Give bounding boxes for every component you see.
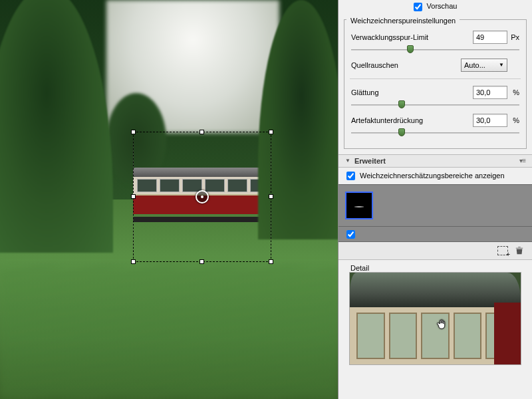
hand-cursor-icon <box>436 318 448 330</box>
region-toolbar <box>338 242 532 260</box>
artifact-unit: % <box>507 116 519 124</box>
region-thumbnail[interactable] <box>345 192 373 219</box>
add-region-icon[interactable] <box>497 246 508 255</box>
resize-handle-bm[interactable] <box>200 259 204 264</box>
show-regions-text: Weichzeichnerschätzungsbereiche anzeigen <box>360 172 505 180</box>
noise-select[interactable]: Auto... ▼ <box>461 59 507 72</box>
smoothing-input[interactable] <box>473 86 507 99</box>
resize-handle-bl[interactable] <box>131 259 136 264</box>
detail-group-title: Detail <box>346 264 373 272</box>
bounds-label: Verwacklungsspur-Limit <box>351 33 473 41</box>
preview-checkbox[interactable] <box>414 3 422 11</box>
resize-handle-tl[interactable] <box>131 130 136 134</box>
advanced-title: Erweitert <box>354 157 519 165</box>
smoothing-slider[interactable] <box>351 100 519 110</box>
bounds-unit: Px <box>507 33 519 41</box>
chevron-down-icon: ▼ <box>499 62 504 68</box>
show-regions-label[interactable]: Weichzeichnerschätzungsbereiche anzeigen <box>346 172 505 180</box>
noise-label: Quellrauschen <box>351 61 461 69</box>
bounds-input[interactable] <box>473 31 507 44</box>
artifact-label: Artefaktunterdrückung <box>351 116 473 124</box>
blur-trace-group: Verwacklungsspur-Limit Px Quellrauschen … <box>344 19 527 149</box>
resize-handle-tm[interactable] <box>200 130 204 134</box>
artifact-input[interactable] <box>473 114 507 127</box>
preview-label-text: Vorschau <box>427 2 458 10</box>
noise-value: Auto... <box>464 61 485 69</box>
bounds-slider[interactable] <box>351 45 519 55</box>
panel-menu-icon[interactable]: ▾≡ <box>519 157 525 164</box>
region-center-pin[interactable] <box>196 190 209 203</box>
region-thumbnails <box>338 184 532 227</box>
smoothing-label: Glättung <box>351 88 473 96</box>
resize-handle-mr[interactable] <box>269 194 273 199</box>
trash-icon[interactable] <box>515 246 525 255</box>
settings-panel: Vorschau Weichzeichnerspureinstellungen … <box>338 0 532 399</box>
artifact-slider[interactable] <box>351 128 519 138</box>
advanced-section-header[interactable]: ▼ Erweitert ▾≡ <box>338 154 532 168</box>
show-regions-checkbox[interactable] <box>346 172 355 180</box>
preview-checkbox-label[interactable]: Vorschau <box>414 2 458 10</box>
blur-trace-group-title: Weichzeichnerspureinstellungen <box>346 17 460 25</box>
blur-region-selection[interactable] <box>133 132 271 262</box>
detail-preview[interactable] <box>349 272 521 365</box>
resize-handle-ml[interactable] <box>131 194 136 199</box>
smoothing-unit: % <box>507 88 519 96</box>
resize-handle-tr[interactable] <box>269 130 273 134</box>
image-canvas[interactable] <box>0 0 338 399</box>
disclosure-triangle-icon: ▼ <box>345 158 350 164</box>
resize-handle-br[interactable] <box>269 259 273 264</box>
region-enable-checkbox[interactable] <box>346 230 355 239</box>
